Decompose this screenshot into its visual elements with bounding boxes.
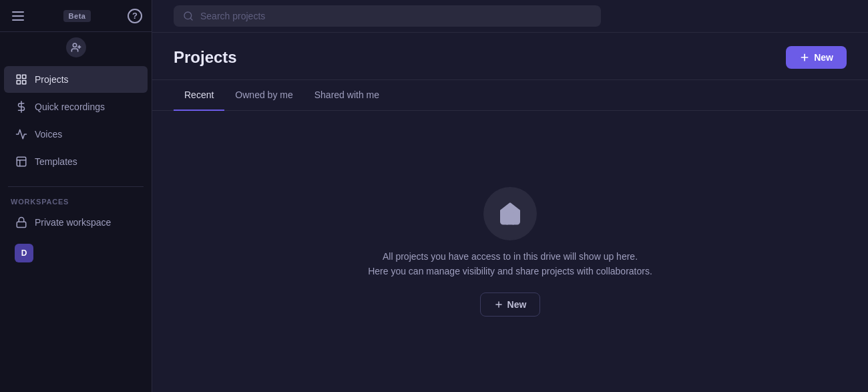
search-input[interactable] [200,11,592,21]
sidebar-item-projects[interactable]: Projects [4,66,148,93]
tab-shared-with-me[interactable]: Shared with me [304,80,390,111]
plus-icon-center [494,300,503,309]
beta-badge: Beta [63,10,91,22]
svg-rect-5 [17,81,20,84]
avatar: D [15,244,33,262]
empty-text-line1: All projects you have access to in this … [368,251,652,262]
sidebar-item-templates[interactable]: Templates [4,148,148,175]
new-center-button-label: New [507,299,527,310]
svg-line-13 [190,18,192,20]
sidebar-item-private-workspace[interactable]: Private workspace [4,209,148,236]
search-bar [174,5,601,27]
svg-rect-8 [17,157,26,166]
sidebar-item-projects-label: Projects [35,74,69,85]
search-container [174,5,601,27]
tab-recent[interactable]: Recent [174,80,224,111]
sidebar-item-voices[interactable]: Voices [4,121,148,148]
sidebar-item-quick-recordings-label: Quick recordings [35,102,105,112]
empty-state: All projects you have access to in this … [152,111,868,392]
help-icon[interactable]: ? [128,9,142,23]
sidebar-item-private-workspace-label: Private workspace [35,217,111,228]
page-title: Projects [174,48,237,67]
sidebar: Beta ? Projects [0,0,152,392]
tabs-row: Recent Owned by me Shared with me [152,80,868,111]
nav-section: Projects Quick recordings Voices [0,60,152,181]
home-icon [498,202,522,226]
svg-rect-4 [23,75,26,78]
svg-rect-3 [17,75,20,78]
sidebar-item-voices-label: Voices [35,129,62,140]
sidebar-divider [8,186,144,187]
add-collaborator-button[interactable] [66,37,86,57]
mic-icon [15,100,28,114]
tab-owned-by-me[interactable]: Owned by me [224,80,303,111]
new-button-label: New [814,52,833,63]
workspaces-label: Workspaces [0,192,152,208]
empty-text-line2: Here you can manage visibility and share… [368,266,652,276]
main-content: Projects New Recent Owned by me Shared w… [152,0,868,392]
grid-icon [15,73,28,86]
top-bar [152,0,868,33]
plus-icon [799,52,810,63]
new-button[interactable]: New [786,46,847,69]
empty-text-block: All projects you have access to in this … [368,251,652,276]
sidebar-item-templates-label: Templates [35,156,77,167]
svg-point-0 [73,43,76,47]
sidebar-item-d-workspace[interactable]: D [4,237,148,269]
main-header: Projects New [152,33,868,80]
templates-icon [15,155,28,168]
waveform-icon [15,128,28,141]
sidebar-item-quick-recordings[interactable]: Quick recordings [4,93,148,120]
empty-icon-circle [483,187,537,240]
svg-rect-6 [23,81,26,84]
svg-rect-11 [17,222,26,227]
menu-icon[interactable] [9,9,27,23]
lock-icon [15,216,28,229]
search-icon [183,11,194,21]
sidebar-top-bar: Beta ? [0,0,152,32]
new-center-button[interactable]: New [480,292,541,317]
